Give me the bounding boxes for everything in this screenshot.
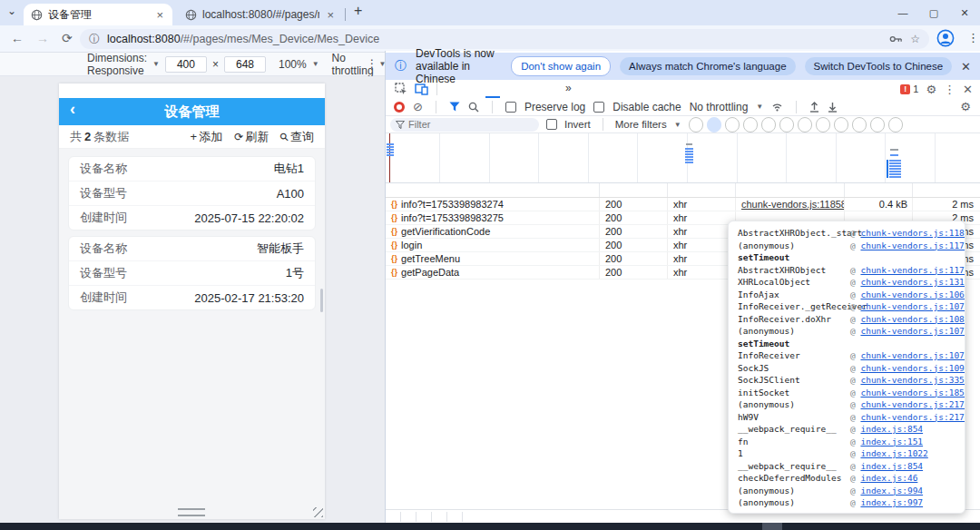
bookmark-star-icon[interactable]: ☆ <box>910 33 920 45</box>
search-icon[interactable] <box>468 102 479 113</box>
settings-gear-icon[interactable]: ⚙ <box>926 83 936 96</box>
app-action-button[interactable]: 添加 <box>191 129 223 145</box>
import-har-icon[interactable] <box>809 102 819 113</box>
column-header[interactable] <box>845 183 913 197</box>
match-language-button[interactable]: Always match Chrome's language <box>620 57 796 75</box>
device-card[interactable]: 设备名称 智能板手 设备型号 1号 创建时间 2025-02-17 21:53:… <box>68 236 316 310</box>
filter-pill[interactable] <box>888 117 903 132</box>
filter-pill[interactable] <box>852 117 867 132</box>
forward-icon[interactable]: → <box>36 31 49 45</box>
window-close-button[interactable]: ✕ <box>949 0 980 25</box>
devtools-tab[interactable] <box>442 80 456 98</box>
stack-source-link[interactable]: index.js:1022 <box>860 448 927 458</box>
stack-source-link[interactable]: index.js:994 <box>860 486 923 496</box>
filter-pill[interactable] <box>779 117 794 132</box>
filter-input[interactable] <box>390 118 539 132</box>
device-card[interactable]: 设备名称 电钻1 设备型号 A100 创建时间 2025-07-15 22:20… <box>68 156 316 231</box>
devtools-tab[interactable] <box>544 80 558 98</box>
omnibox[interactable]: ⓘ localhost:8080/#/pages/mes/Mes_Device/… <box>80 29 929 49</box>
emulation-menu-icon[interactable]: ⋮ <box>367 57 377 70</box>
tab-close-icon[interactable]: × <box>325 8 336 22</box>
maximize-button[interactable]: ▢ <box>918 0 949 25</box>
password-key-icon[interactable] <box>889 34 903 44</box>
tab-search-icon[interactable]: ⌄ <box>7 5 16 17</box>
devtools-tab[interactable] <box>529 80 544 98</box>
filter-pill[interactable] <box>816 117 830 132</box>
inspect-element-icon[interactable] <box>395 83 407 95</box>
filter-pill[interactable] <box>743 117 758 132</box>
network-conditions-icon[interactable] <box>771 103 783 112</box>
stack-source-link[interactable]: chunk-vendors.js:21782 <box>860 412 965 422</box>
stack-source-link[interactable]: chunk-vendors.js:21781 <box>860 399 965 409</box>
filter-funnel-icon[interactable] <box>449 102 460 112</box>
initiator-link[interactable]: chunk-vendors.js:11858 <box>741 199 845 210</box>
viewport-height-input[interactable] <box>224 56 266 73</box>
stack-source-link[interactable]: chunk-vendors.js:10775 <box>860 326 965 336</box>
site-info-icon[interactable]: ⓘ <box>89 32 100 47</box>
resize-handle-bottom[interactable] <box>178 508 205 516</box>
device-toolbar-icon[interactable] <box>415 83 428 95</box>
more-filters-button[interactable]: More filters <box>615 119 667 130</box>
devtools-tab[interactable] <box>485 80 500 98</box>
stack-source-link[interactable]: index.js:854 <box>860 461 923 471</box>
minimize-button[interactable]: — <box>887 0 918 25</box>
record-button[interactable] <box>394 102 405 113</box>
filter-pill[interactable] <box>761 117 776 132</box>
more-tabs-button[interactable]: » <box>558 80 579 98</box>
tab-close-icon[interactable]: × <box>154 8 165 22</box>
dont-show-again-button[interactable]: Don't show again <box>511 56 611 76</box>
invert-checkbox[interactable] <box>546 119 557 130</box>
stack-source-link[interactable]: chunk-vendors.js:10608 <box>860 290 965 299</box>
filter-pill[interactable] <box>707 117 721 132</box>
preserve-log-checkbox[interactable] <box>505 102 516 113</box>
viewport-scrollbar[interactable] <box>320 289 323 312</box>
browser-tab-active[interactable]: 设备管理 × <box>24 4 172 25</box>
app-action-button[interactable]: 刷新 <box>234 129 269 145</box>
column-header[interactable] <box>913 183 980 197</box>
export-har-icon[interactable] <box>828 102 838 113</box>
column-header[interactable] <box>600 183 668 197</box>
column-header[interactable] <box>386 183 600 197</box>
profile-avatar-icon[interactable] <box>936 29 955 47</box>
network-settings-gear-icon[interactable]: ⚙ <box>960 100 980 113</box>
filter-pill[interactable] <box>834 117 848 132</box>
column-header[interactable] <box>668 183 736 197</box>
stack-source-link[interactable]: chunk-vendors.js:13166 <box>860 277 965 287</box>
network-throttling-select[interactable]: No throttling <box>690 101 749 113</box>
stack-source-link[interactable]: chunk-vendors.js:11746 <box>860 265 965 275</box>
stack-source-link[interactable]: index.js:46 <box>860 473 917 483</box>
issues-badge[interactable]: !1 <box>900 83 918 94</box>
stack-source-link[interactable]: chunk-vendors.js:10786 <box>860 301 965 311</box>
stack-source-link[interactable]: index.js:997 <box>860 497 923 507</box>
resize-handle-corner[interactable] <box>313 507 323 517</box>
stack-source-link[interactable]: index.js:854 <box>860 424 923 434</box>
network-overview-timeline[interactable] <box>386 133 980 183</box>
disable-cache-checkbox[interactable] <box>593 102 604 113</box>
network-request-row[interactable]: {}info?t=1753398983274 200 xhr chunk-ven… <box>386 198 980 211</box>
filter-pill[interactable] <box>798 117 812 132</box>
zoom-select[interactable]: 100% <box>279 58 307 71</box>
devtools-tab[interactable] <box>514 80 529 98</box>
stack-source-link[interactable]: chunk-vendors.js:10774 <box>860 350 965 360</box>
devtools-menu-icon[interactable]: ⋮ <box>944 83 956 96</box>
stack-source-link[interactable]: chunk-vendors.js:11747 <box>860 240 965 250</box>
new-tab-button[interactable]: + <box>354 3 362 19</box>
browser-tab-inactive[interactable]: localhost:8080/#/pages/men × <box>178 4 343 25</box>
viewport-width-input[interactable] <box>165 56 207 73</box>
devtools-close-icon[interactable]: ✕ <box>963 83 973 96</box>
switch-chinese-button[interactable]: Switch DevTools to Chinese <box>805 57 953 75</box>
filter-pill[interactable] <box>870 117 885 132</box>
stack-source-link[interactable]: chunk-vendors.js:10806 <box>860 314 965 324</box>
app-action-button[interactable]: 查询 <box>280 129 314 145</box>
devtools-tab[interactable] <box>456 80 471 98</box>
devtools-tab[interactable] <box>500 80 514 98</box>
stack-source-link[interactable]: chunk-vendors.js:33552 <box>860 375 965 385</box>
filter-pill[interactable] <box>689 117 703 132</box>
reload-icon[interactable]: ⟳ <box>62 31 73 45</box>
dimensions-label[interactable]: Dimensions: Responsive <box>87 52 147 77</box>
browser-menu-icon[interactable]: ⋮ <box>967 31 979 44</box>
filter-pill[interactable] <box>725 117 740 132</box>
stack-source-link[interactable]: chunk-vendors.js:11858 <box>860 228 965 238</box>
column-header[interactable] <box>736 183 845 197</box>
clear-icon[interactable]: ⊘ <box>413 100 423 113</box>
